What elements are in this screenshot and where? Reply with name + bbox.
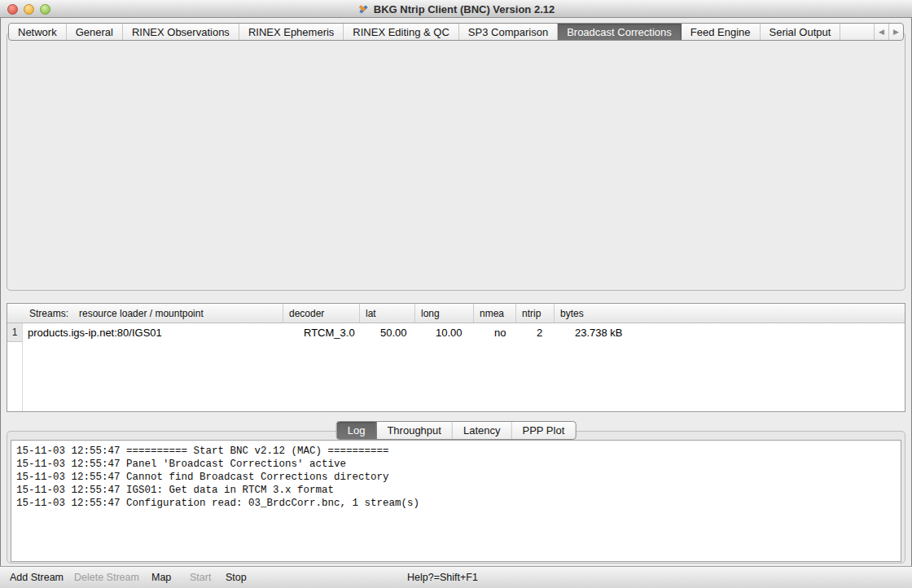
tab-broadcast-corrections[interactable]: Broadcast Corrections: [558, 24, 682, 40]
col-lat: lat: [359, 304, 414, 323]
col-long: long: [414, 304, 473, 323]
tab-scroll-left-icon[interactable]: ◀: [874, 24, 888, 40]
tab-ppp-plot[interactable]: PPP Plot: [511, 422, 575, 439]
streams-table-body: 1 products.igs-ip.net:80/IGS01 RTCM_3.0 …: [7, 323, 905, 411]
cell-mountpoint: products.igs-ip.net:80/IGS01: [23, 327, 298, 339]
tab-serial-output[interactable]: Serial Output: [761, 24, 841, 40]
table-row[interactable]: products.igs-ip.net:80/IGS01 RTCM_3.0 50…: [23, 323, 905, 342]
stop-button[interactable]: Stop: [226, 567, 247, 588]
row-number: 1: [7, 323, 22, 342]
log-line: 15-11-03 12:55:47 Panel 'Broadcast Corre…: [16, 458, 896, 471]
map-button[interactable]: Map: [151, 567, 171, 588]
tab-general[interactable]: General: [67, 24, 123, 40]
log-line: 15-11-03 12:55:47 Cannot find Broadcast …: [16, 471, 896, 484]
cell-ntrip: 2: [531, 327, 569, 339]
status-bar: Add Stream Delete Stream Map Start Stop …: [0, 566, 912, 588]
col-nmea: nmea: [473, 304, 515, 323]
col-mountpoint: resource loader / mountpoint: [79, 308, 204, 319]
help-shortcut-label: Help?=Shift+F1: [407, 567, 478, 588]
start-button[interactable]: Start: [190, 567, 211, 588]
streams-label: Streams:: [29, 308, 68, 319]
main-tab-bar: Network General RINEX Observations RINEX…: [8, 23, 904, 41]
log-output: 15-11-03 12:55:47 ========== Start BNC v…: [11, 440, 901, 562]
tab-latency[interactable]: Latency: [453, 422, 512, 439]
row-number-gutter: 1: [7, 323, 23, 411]
cell-long: 10.00: [430, 327, 489, 339]
tab-log[interactable]: Log: [337, 422, 377, 439]
tab-sp3-comparison[interactable]: SP3 Comparison: [459, 24, 558, 40]
tab-rinex-observations[interactable]: RINEX Observations: [123, 24, 239, 40]
log-line: 15-11-03 12:55:47 ========== Start BNC v…: [16, 445, 896, 458]
cell-lat: 50.00: [375, 327, 430, 339]
log-tab-bar: Log Throughput Latency PPP Plot: [336, 421, 577, 440]
col-ntrip: ntrip: [515, 304, 554, 323]
bnc-logo-icon: [357, 3, 370, 15]
bnc-window: BKG Ntrip Client (BNC) Version 2.12 Netw…: [0, 0, 912, 588]
add-stream-button[interactable]: Add Stream: [10, 567, 64, 588]
title-bar: BKG Ntrip Client (BNC) Version 2.12: [0, 0, 912, 18]
tab-throughput[interactable]: Throughput: [376, 422, 453, 439]
tab-rinex-editing-qc[interactable]: RINEX Editing & QC: [344, 24, 459, 40]
tab-feed-engine[interactable]: Feed Engine: [682, 24, 761, 40]
col-decoder: decoder: [283, 304, 359, 323]
cell-bytes: 23.738 kB: [569, 327, 905, 339]
streams-table: Streams: resource loader / mountpoint de…: [7, 303, 905, 412]
tab-rinex-ephemeris[interactable]: RINEX Ephemeris: [239, 24, 344, 40]
delete-stream-button[interactable]: Delete Stream: [74, 567, 139, 588]
broadcast-corrections-panel: [7, 32, 905, 291]
window-title: BKG Ntrip Client (BNC) Version 2.12: [374, 3, 555, 15]
streams-table-header: Streams: resource loader / mountpoint de…: [7, 304, 905, 323]
log-line: 15-11-03 12:55:47 Configuration read: 03…: [16, 497, 896, 510]
col-bytes: bytes: [554, 304, 905, 323]
tab-scroll-right-icon[interactable]: ▶: [888, 24, 903, 40]
cell-nmea: no: [489, 327, 531, 339]
log-line: 15-11-03 12:55:47 IGS01: Get data in RTC…: [16, 484, 896, 497]
cell-decoder: RTCM_3.0: [298, 327, 375, 339]
tab-network[interactable]: Network: [9, 24, 67, 40]
